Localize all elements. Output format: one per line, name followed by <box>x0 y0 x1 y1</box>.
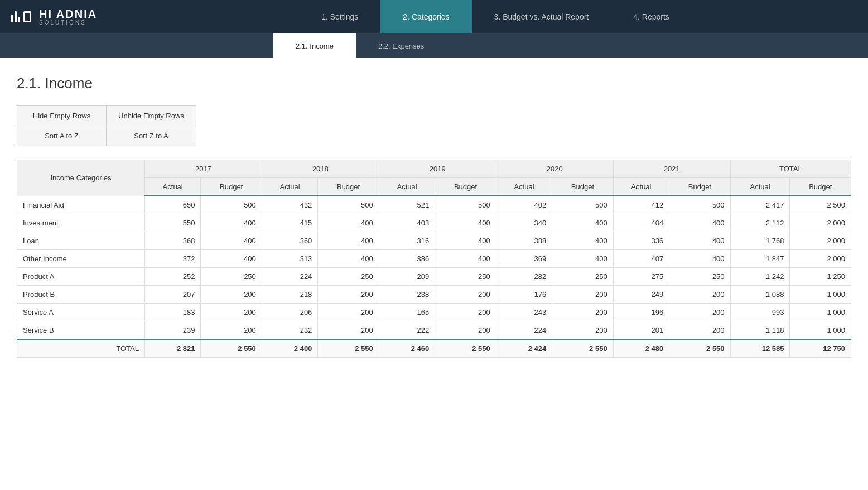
category-cell: Loan <box>17 232 145 250</box>
data-cell: 313 <box>262 250 318 268</box>
data-cell: 400 <box>669 232 730 250</box>
data-cell: 1 847 <box>730 250 790 268</box>
data-cell: 224 <box>496 321 552 340</box>
total-cell: 2 550 <box>435 339 496 358</box>
2019-actual-header: Actual <box>379 178 435 196</box>
header-year-row: Income Categories 2017 2018 2019 2020 20… <box>17 160 851 178</box>
data-cell: 400 <box>435 232 496 250</box>
data-cell: 200 <box>318 286 379 304</box>
2020-actual-header: Actual <box>496 178 552 196</box>
data-cell: 400 <box>435 250 496 268</box>
data-cell: 500 <box>669 196 730 214</box>
data-cell: 252 <box>144 268 201 286</box>
data-cell: 400 <box>552 232 613 250</box>
data-cell: 200 <box>201 286 262 304</box>
table-row: Service B2392002322002222002242002012001… <box>17 321 851 340</box>
data-cell: 386 <box>379 250 435 268</box>
2018-actual-header: Actual <box>262 178 318 196</box>
data-cell: 2 000 <box>790 214 851 232</box>
data-cell: 500 <box>201 196 262 214</box>
logo-area: HI ADNIA SOLUTIONS <box>11 8 134 26</box>
category-cell: Other Income <box>17 250 145 268</box>
data-cell: 2 000 <box>790 250 851 268</box>
total-label: TOTAL <box>17 339 145 358</box>
sub-navigation: 2.1. Income 2.2. Expenses <box>0 33 868 58</box>
data-cell: 400 <box>669 250 730 268</box>
data-cell: 400 <box>552 250 613 268</box>
sub-tab-expenses[interactable]: 2.2. Expenses <box>356 33 446 58</box>
data-cell: 1 768 <box>730 232 790 250</box>
data-cell: 316 <box>379 232 435 250</box>
data-cell: 200 <box>435 321 496 340</box>
logo-icon <box>11 11 35 22</box>
nav-tab-budget-report[interactable]: 3. Budget vs. Actual Report <box>472 0 611 33</box>
data-cell: 250 <box>552 268 613 286</box>
table-row: Service A1832002062001652002432001962009… <box>17 304 851 321</box>
data-cell: 400 <box>552 214 613 232</box>
2021-budget-header: Budget <box>669 178 730 196</box>
nav-tab-reports[interactable]: 4. Reports <box>611 0 692 33</box>
data-cell: 232 <box>262 321 318 340</box>
data-cell: 1 000 <box>790 304 851 321</box>
data-cell: 372 <box>144 250 201 268</box>
year-2020-header: 2020 <box>496 160 613 178</box>
data-cell: 239 <box>144 321 201 340</box>
data-cell: 1 250 <box>790 268 851 286</box>
unhide-empty-rows-button[interactable]: Unhide Empty Rows <box>107 106 196 126</box>
total-cell: 12 585 <box>730 339 790 358</box>
data-cell: 282 <box>496 268 552 286</box>
data-cell: 218 <box>262 286 318 304</box>
data-cell: 500 <box>552 196 613 214</box>
nav-tab-categories[interactable]: 2. Categories <box>380 0 471 33</box>
data-cell: 1 000 <box>790 286 851 304</box>
data-cell: 500 <box>318 196 379 214</box>
nav-tabs: 1. Settings 2. Categories 3. Budget vs. … <box>134 0 857 33</box>
data-cell: 250 <box>318 268 379 286</box>
nav-tab-settings[interactable]: 1. Settings <box>299 0 380 33</box>
data-cell: 200 <box>552 286 613 304</box>
page-title: 2.1. Income <box>17 75 851 92</box>
sort-z-to-a-button[interactable]: Sort Z to A <box>107 126 196 146</box>
data-cell: 200 <box>201 321 262 340</box>
data-cell: 340 <box>496 214 552 232</box>
data-cell: 2 112 <box>730 214 790 232</box>
total-header: TOTAL <box>730 160 851 178</box>
data-cell: 200 <box>552 321 613 340</box>
total-cell: 12 750 <box>790 339 851 358</box>
hide-empty-rows-button[interactable]: Hide Empty Rows <box>17 106 107 126</box>
data-cell: 224 <box>262 268 318 286</box>
data-cell: 201 <box>613 321 669 340</box>
year-2018-header: 2018 <box>262 160 379 178</box>
controls-panel: Hide Empty Rows Unhide Empty Rows Sort A… <box>17 105 196 146</box>
total-cell: 2 821 <box>144 339 201 358</box>
main-content: 2.1. Income Hide Empty Rows Unhide Empty… <box>0 58 868 374</box>
year-2021-header: 2021 <box>613 160 730 178</box>
data-cell: 369 <box>496 250 552 268</box>
data-cell: 400 <box>318 232 379 250</box>
data-cell: 400 <box>318 250 379 268</box>
sort-a-to-z-button[interactable]: Sort A to Z <box>17 126 107 146</box>
data-cell: 1 088 <box>730 286 790 304</box>
data-cell: 1 242 <box>730 268 790 286</box>
data-cell: 336 <box>613 232 669 250</box>
table-row: Loan3684003604003164003884003364001 7682… <box>17 232 851 250</box>
data-cell: 550 <box>144 214 201 232</box>
data-cell: 183 <box>144 304 201 321</box>
table-row: Investment550400415400403400340400404400… <box>17 214 851 232</box>
total-cell: 2 480 <box>613 339 669 358</box>
total-cell: 2 550 <box>552 339 613 358</box>
data-cell: 206 <box>262 304 318 321</box>
2018-budget-header: Budget <box>318 178 379 196</box>
data-cell: 207 <box>144 286 201 304</box>
table-row: Product B2072002182002382001762002492001… <box>17 286 851 304</box>
data-cell: 400 <box>201 232 262 250</box>
data-cell: 200 <box>435 304 496 321</box>
data-cell: 196 <box>613 304 669 321</box>
controls-row-1: Hide Empty Rows Unhide Empty Rows <box>17 106 196 126</box>
data-cell: 404 <box>613 214 669 232</box>
data-cell: 1 118 <box>730 321 790 340</box>
2020-budget-header: Budget <box>552 178 613 196</box>
year-2017-header: 2017 <box>144 160 262 178</box>
sub-tab-income[interactable]: 2.1. Income <box>273 33 356 58</box>
total-cell: 2 460 <box>379 339 435 358</box>
